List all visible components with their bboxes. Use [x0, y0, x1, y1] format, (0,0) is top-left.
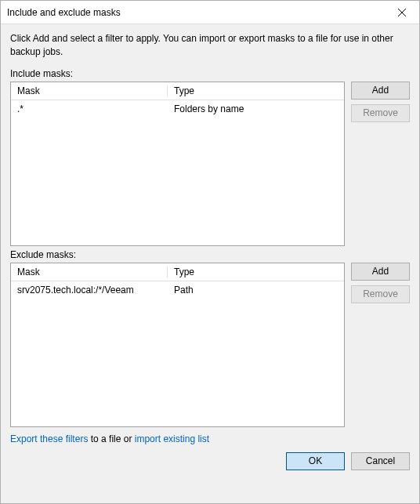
links-row: Export these filters to a file or import…: [10, 433, 410, 444]
exclude-table-container: Mask Type srv2075.tech.local:/*/Veeam Pa…: [10, 263, 345, 427]
exclude-cell-type: Path: [168, 281, 344, 299]
cancel-button[interactable]: Cancel: [351, 452, 410, 470]
include-buttons: Add Remove: [351, 82, 410, 246]
include-add-button[interactable]: Add: [351, 82, 410, 100]
dialog-content: Click Add and select a filter to apply. …: [1, 24, 419, 503]
include-header-type[interactable]: Type: [168, 82, 344, 100]
exclude-header-mask[interactable]: Mask: [11, 263, 168, 281]
table-row[interactable]: srv2075.tech.local:/*/Veeam Path: [11, 281, 344, 299]
dialog-title: Include and exclude masks: [7, 7, 121, 18]
include-cell-type: Folders by name: [168, 100, 344, 118]
exclude-table: Mask Type srv2075.tech.local:/*/Veeam Pa…: [11, 263, 344, 299]
import-link[interactable]: import existing list: [135, 433, 209, 444]
exclude-label: Exclude masks:: [10, 249, 410, 260]
footer: OK Cancel: [10, 452, 410, 480]
exclude-cell-mask: srv2075.tech.local:/*/Veeam: [11, 281, 168, 299]
include-remove-button[interactable]: Remove: [351, 104, 410, 122]
exclude-add-button[interactable]: Add: [351, 263, 410, 281]
table-row[interactable]: .* Folders by name: [11, 100, 344, 118]
include-header-mask[interactable]: Mask: [11, 82, 168, 100]
links-middle-text: to a file or: [88, 433, 134, 444]
include-section: Mask Type .* Folders by name Add Remove: [10, 82, 410, 246]
exclude-header-type[interactable]: Type: [168, 263, 344, 281]
include-cell-mask: .*: [11, 100, 168, 118]
title-bar: Include and exclude masks: [1, 1, 419, 24]
exclude-section: Mask Type srv2075.tech.local:/*/Veeam Pa…: [10, 263, 410, 427]
include-table: Mask Type .* Folders by name: [11, 82, 344, 118]
exclude-buttons: Add Remove: [351, 263, 410, 427]
close-button[interactable]: [384, 1, 419, 24]
close-icon: [398, 9, 406, 16]
include-table-container: Mask Type .* Folders by name: [10, 82, 345, 246]
ok-button[interactable]: OK: [286, 452, 345, 470]
description-text: Click Add and select a filter to apply. …: [10, 32, 410, 59]
include-label: Include masks:: [10, 68, 410, 79]
export-link[interactable]: Export these filters: [10, 433, 88, 444]
exclude-remove-button[interactable]: Remove: [351, 285, 410, 303]
